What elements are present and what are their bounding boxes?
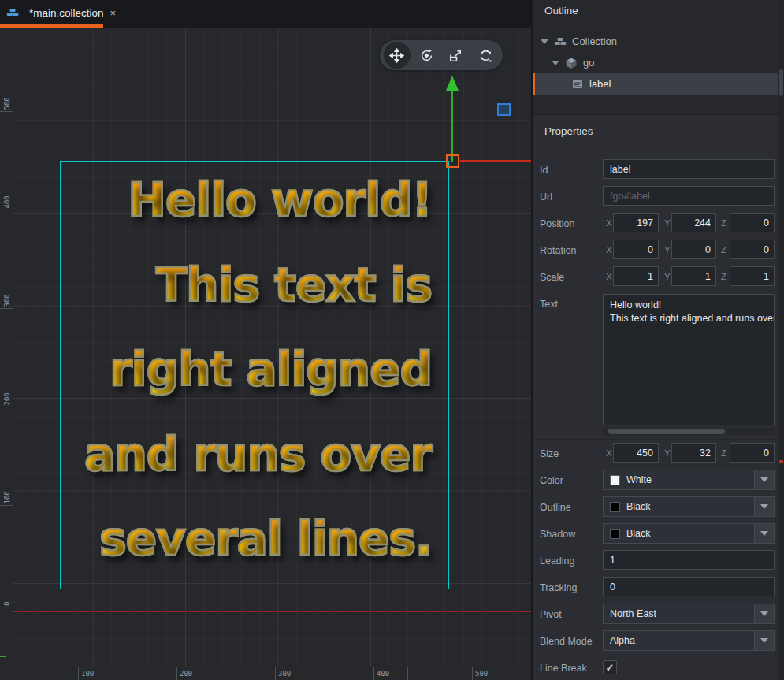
selection-bounding-box bbox=[60, 161, 449, 589]
checkmark-icon: ✓ bbox=[606, 662, 615, 674]
size-label: Size bbox=[540, 448, 559, 459]
position-y-input[interactable] bbox=[671, 213, 716, 232]
defold-editor-window: *main.collection × Hello world! This tex… bbox=[0, 0, 784, 680]
outline-item-collection[interactable]: Collection bbox=[533, 31, 778, 52]
x-axis-manipulator[interactable] bbox=[460, 160, 532, 162]
game-object-icon bbox=[565, 57, 578, 69]
tracking-label: Tracking bbox=[540, 582, 577, 593]
axis-x-label: X bbox=[606, 218, 612, 228]
tracking-input[interactable] bbox=[603, 577, 775, 596]
panel-scrollbar[interactable] bbox=[778, 0, 784, 680]
id-input[interactable] bbox=[603, 159, 775, 179]
ruler-label: 300 bbox=[278, 670, 291, 678]
rotate-icon bbox=[419, 48, 434, 63]
rotate-tool-button[interactable] bbox=[413, 42, 440, 69]
ruler-label: 500 bbox=[3, 98, 11, 110]
axis-y-label: Y bbox=[664, 245, 671, 255]
rotation-x-input[interactable] bbox=[613, 240, 659, 259]
position-z-input[interactable] bbox=[730, 213, 775, 232]
scale-x-input[interactable] bbox=[613, 266, 659, 286]
scale-y-input[interactable] bbox=[671, 266, 716, 286]
blend-mode-label: Blend Mode bbox=[540, 636, 593, 647]
leading-input[interactable] bbox=[603, 550, 775, 570]
axis-z-label: Z bbox=[721, 448, 726, 458]
chevron-down-icon bbox=[760, 477, 768, 482]
dropdown-arrow-button[interactable] bbox=[754, 524, 774, 543]
axis-y-label: Y bbox=[664, 448, 671, 458]
chevron-down-icon bbox=[760, 531, 768, 536]
text-input[interactable]: Hello world! This text is right aligned … bbox=[603, 294, 775, 425]
ruler-label: 200 bbox=[3, 394, 11, 406]
outline-item-go[interactable]: go bbox=[533, 52, 778, 73]
label-icon bbox=[571, 78, 584, 91]
ruler-mouse-marker bbox=[0, 656, 6, 657]
axis-x-label: X bbox=[606, 272, 612, 281]
scrollbar-thumb[interactable] bbox=[779, 69, 783, 96]
blend-mode-dropdown[interactable]: Alpha bbox=[603, 630, 775, 651]
outline-item-label: go bbox=[583, 57, 594, 69]
size-z-input[interactable] bbox=[730, 443, 775, 463]
z-axis-handle[interactable] bbox=[497, 103, 511, 116]
axis-x-label: X bbox=[606, 448, 612, 458]
scrollbar-thumb[interactable] bbox=[608, 429, 725, 434]
dropdown-arrow-button[interactable] bbox=[754, 631, 774, 650]
text-label: Text bbox=[540, 299, 558, 310]
axis-z-label: Z bbox=[721, 218, 726, 228]
scrollbar-marker bbox=[779, 460, 783, 463]
scene-toolbar bbox=[380, 40, 503, 70]
id-label: Id bbox=[540, 165, 548, 176]
axis-z-label: Z bbox=[721, 245, 726, 255]
editor-tab-bar: *main.collection × bbox=[0, 0, 532, 28]
dropdown-arrow-button[interactable] bbox=[754, 470, 774, 489]
shadow-color-label: Shadow bbox=[540, 529, 575, 540]
blend-mode-value: Alpha bbox=[610, 635, 635, 646]
shadow-value: Black bbox=[626, 528, 651, 539]
leading-label: Leading bbox=[540, 556, 575, 567]
camera-rotate-tool-button[interactable] bbox=[472, 42, 499, 69]
outline-item-label: label bbox=[589, 78, 611, 90]
chevron-down-icon bbox=[760, 504, 768, 509]
text-horizontal-scrollbar[interactable] bbox=[603, 428, 775, 435]
text-input-line: This text is right aligned and runs over bbox=[610, 312, 774, 325]
outline-item-label-selected[interactable]: label bbox=[533, 73, 778, 95]
position-x-input[interactable] bbox=[613, 213, 659, 232]
scene-editor-canvas[interactable]: Hello world! This text is right aligned … bbox=[0, 28, 532, 680]
size-x-input[interactable] bbox=[613, 443, 659, 463]
shadow-dropdown[interactable]: Black bbox=[603, 523, 775, 544]
size-y-input[interactable] bbox=[671, 443, 716, 463]
dropdown-arrow-button[interactable] bbox=[754, 604, 774, 623]
tab-close-icon[interactable]: × bbox=[110, 7, 117, 19]
caret-down-icon[interactable] bbox=[552, 61, 559, 65]
y-axis-arrow-icon[interactable] bbox=[446, 76, 459, 91]
scale-tool-button[interactable] bbox=[443, 42, 470, 69]
chevron-down-icon bbox=[760, 638, 768, 643]
rotation-z-input[interactable] bbox=[730, 240, 775, 259]
y-axis-manipulator[interactable] bbox=[451, 91, 453, 162]
ruler-label: 100 bbox=[3, 492, 11, 504]
line-break-label: Line Break bbox=[540, 663, 587, 674]
pivot-dropdown[interactable]: North East bbox=[603, 604, 775, 624]
world-x-axis-line bbox=[13, 611, 532, 612]
axis-z-label: Z bbox=[721, 272, 726, 281]
axis-y-label: Y bbox=[664, 218, 671, 228]
outline-color-label: Outline bbox=[540, 502, 571, 513]
scale-label: Scale bbox=[540, 272, 564, 283]
color-dropdown[interactable]: White bbox=[603, 470, 775, 490]
pivot-move-handle[interactable] bbox=[446, 154, 459, 168]
color-label: Color bbox=[540, 475, 563, 486]
move-icon bbox=[389, 48, 404, 63]
collection-icon bbox=[6, 6, 19, 19]
axis-x-label: X bbox=[606, 245, 612, 255]
text-input-line: Hello world! bbox=[610, 299, 774, 312]
tab-main-collection[interactable]: *main.collection × bbox=[0, 0, 103, 25]
caret-down-icon[interactable] bbox=[541, 39, 548, 44]
line-break-checkbox[interactable]: ✓ bbox=[603, 660, 617, 674]
ruler-label: 300 bbox=[3, 295, 11, 307]
horizontal-ruler: 100 200 300 400 500 bbox=[0, 667, 532, 680]
move-tool-button[interactable] bbox=[384, 42, 411, 69]
outline-dropdown[interactable]: Black bbox=[603, 496, 775, 517]
ruler-label: 400 bbox=[3, 197, 11, 209]
scale-z-input[interactable] bbox=[730, 266, 775, 286]
rotation-y-input[interactable] bbox=[671, 240, 716, 259]
dropdown-arrow-button[interactable] bbox=[754, 497, 774, 516]
